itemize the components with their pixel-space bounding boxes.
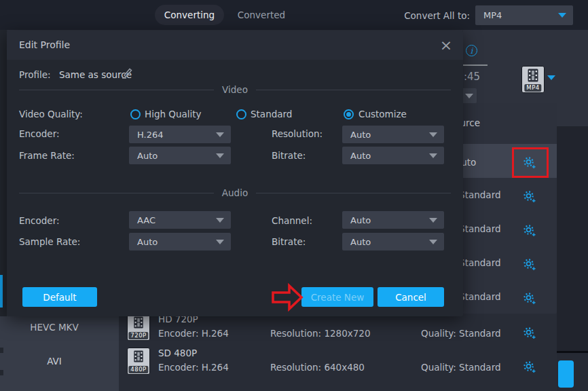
cancel-button[interactable]: Cancel: [378, 287, 444, 307]
video-section-header: Video: [19, 84, 451, 95]
sidebar-item-avi[interactable]: AVI: [0, 350, 109, 384]
profile-row-sd480p[interactable]: 480P SD 480P Encoder: H.264 Resolution: …: [119, 348, 557, 381]
film-icon: [134, 350, 144, 362]
profile-encoder: Encoder: H.264: [158, 362, 229, 373]
profile-title: SD 480P: [158, 348, 197, 358]
audio-bitrate-dropdown[interactable]: Auto: [342, 233, 444, 250]
gear-plus-icon[interactable]: [523, 190, 536, 203]
resolution-badge: 720P: [128, 332, 148, 339]
audio-encoder-label: Encoder:: [19, 215, 60, 226]
scroll-gutter: [557, 126, 588, 352]
chevron-down-icon: [216, 240, 224, 244]
profile-row-hd720p[interactable]: 720P HD 720P Encoder: H.264 Resolution: …: [119, 314, 557, 348]
edit-pencil-icon[interactable]: [120, 67, 134, 80]
chevron-down-icon: [216, 153, 224, 158]
radio-standard-label[interactable]: Standard: [251, 109, 292, 119]
annotation-highlight-rect: [512, 147, 549, 178]
convert-all-value: MP4: [483, 10, 502, 20]
dialog-title: Edit Profile: [19, 39, 70, 50]
chevron-down-icon: [429, 132, 437, 137]
sidebar-item-label: HEVC MKV: [30, 322, 78, 333]
file-format-icon[interactable]: MP4: [521, 66, 545, 93]
profile-quality: Quality: Standard: [421, 328, 501, 339]
chevron-down-icon: [429, 218, 437, 223]
chevron-down-icon: [558, 13, 566, 18]
profile-resolution: Resolution: 1280x720: [270, 328, 371, 339]
sample-rate-dropdown[interactable]: Auto: [129, 233, 231, 250]
sample-rate-label: Sample Rate:: [19, 236, 80, 247]
gear-plus-icon[interactable]: [523, 258, 536, 271]
radio-high-quality[interactable]: [130, 109, 141, 119]
video-encoder-dropdown[interactable]: H.264: [129, 126, 231, 143]
default-button[interactable]: Default: [22, 287, 97, 307]
audio-encoder-dropdown[interactable]: AAC: [129, 211, 231, 229]
convert-all-label: Convert All to:: [404, 10, 470, 21]
tab-converted[interactable]: Converted: [231, 5, 292, 25]
video-bitrate-dropdown[interactable]: Auto: [342, 147, 444, 164]
radio-customize-label[interactable]: Customize: [359, 109, 407, 119]
video-encoder-label: Encoder:: [19, 128, 60, 139]
video-bitrate-label: Bitrate:: [272, 150, 306, 161]
profile-label: Profile:: [19, 69, 51, 80]
edit-profile-dialog: Edit Profile × Profile: Same as source V…: [7, 31, 463, 316]
film-icon: [528, 69, 538, 82]
left-edge-strip: [0, 30, 7, 316]
profile-icon-720p: 720P: [127, 314, 150, 341]
profile-quality: Quality: Standard: [421, 362, 501, 373]
film-icon: [134, 316, 144, 329]
profile-encoder: Encoder: H.264: [158, 328, 229, 339]
tab-converting[interactable]: Converting: [155, 5, 224, 25]
sidebar-notch: [0, 348, 3, 353]
gear-plus-icon[interactable]: [523, 360, 536, 373]
audio-section-header: Audio: [19, 187, 451, 198]
convert-all-dropdown[interactable]: MP4: [475, 5, 573, 25]
create-new-button[interactable]: Create New: [301, 287, 373, 307]
chevron-down-icon: [465, 94, 473, 98]
profile-icon-480p: 480P: [127, 348, 150, 375]
info-icon[interactable]: i: [466, 45, 477, 56]
resolution-dropdown[interactable]: Auto: [342, 126, 444, 143]
file-format-badge: MP4: [524, 84, 541, 92]
resolution-badge: 480P: [128, 366, 148, 373]
gear-plus-icon[interactable]: [523, 327, 536, 339]
close-icon[interactable]: ×: [437, 35, 456, 54]
tab-converting-label: Converting: [164, 10, 215, 20]
annotation-arrow-icon: [271, 282, 304, 312]
chevron-down-icon: [429, 153, 437, 158]
chevron-down-icon: [216, 132, 224, 137]
file-format-caret[interactable]: [547, 75, 555, 80]
profile-resolution: Resolution: 640x480: [270, 362, 365, 373]
audio-bitrate-label: Bitrate:: [272, 236, 306, 247]
chevron-down-icon: [216, 218, 224, 223]
radio-standard[interactable]: [236, 109, 246, 119]
tab-converted-label: Converted: [238, 10, 285, 20]
chevron-down-icon: [429, 240, 437, 244]
sidebar-item-label: AVI: [47, 356, 62, 367]
frame-rate-label: Frame Rate:: [19, 150, 75, 161]
gear-plus-icon[interactable]: [523, 224, 536, 237]
sidebar-item-hevc-mkv[interactable]: HEVC MKV: [0, 316, 109, 350]
sidebar-selection-indicator: [0, 275, 3, 308]
frame-rate-dropdown[interactable]: Auto: [129, 147, 231, 164]
channel-dropdown[interactable]: Auto: [342, 211, 444, 229]
resolution-label: Resolution:: [272, 128, 323, 139]
dialog-header: [7, 31, 463, 60]
app-window: Converting Converted Convert All to: MP4…: [0, 0, 588, 391]
file-duration: :45: [464, 71, 480, 83]
video-quality-label: Video Quality:: [19, 109, 83, 119]
channel-label: Channel:: [272, 215, 312, 226]
radio-customize[interactable]: [344, 109, 354, 119]
radio-high-quality-label[interactable]: High Quality: [145, 109, 202, 119]
run-button-partial[interactable]: [558, 360, 574, 388]
gear-plus-icon[interactable]: [523, 292, 536, 305]
sidebar-notch: [0, 370, 3, 375]
